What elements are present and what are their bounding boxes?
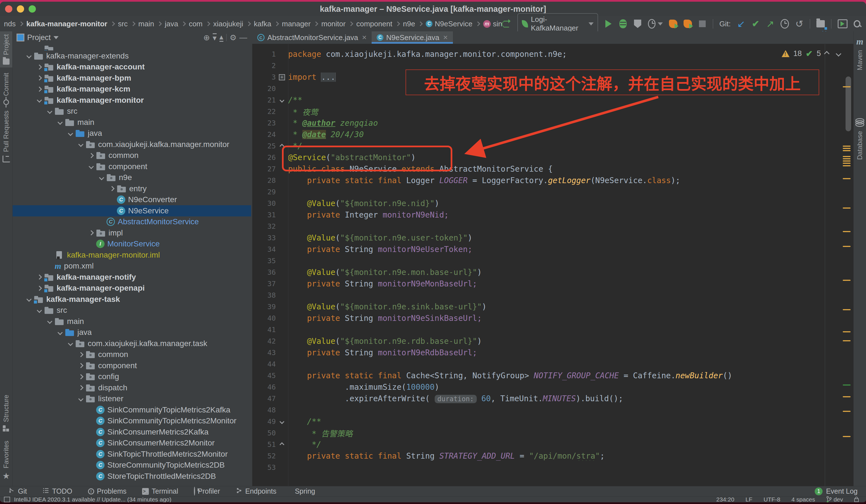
code-line[interactable]: 30 @Value("${monitor.n9e.nid}") xyxy=(252,198,853,209)
hide-panel-icon[interactable]: — xyxy=(239,33,247,42)
line-number[interactable]: 2 xyxy=(252,61,276,70)
tree-item[interactable]: com.xiaojukeji.kafka.manager.monitor xyxy=(13,139,251,150)
line-number[interactable]: 41 xyxy=(252,325,276,334)
tree-item[interactable]: kafka-manager-monitor xyxy=(13,95,251,106)
line-number[interactable]: 53 xyxy=(252,463,276,471)
tree-item[interactable]: config xyxy=(13,371,251,382)
error-stripe-mark[interactable] xyxy=(843,280,851,281)
line-number[interactable]: 3 xyxy=(252,73,276,81)
tool-window-button-endpoints[interactable]: Endpoints xyxy=(236,487,276,496)
tool-button-favorites[interactable]: Favorites ★ xyxy=(0,438,12,483)
line-number[interactable]: 29 xyxy=(252,188,276,196)
tree-item[interactable]: IMonitorService xyxy=(13,239,251,250)
tree-chevron-icon[interactable] xyxy=(76,375,86,379)
tree-item[interactable]: kafka-manager-notify xyxy=(13,272,251,283)
code-line[interactable]: 46 .maximumSize(100000) xyxy=(252,381,853,393)
error-stripe-mark[interactable] xyxy=(843,146,851,147)
code-line[interactable]: 29 xyxy=(252,186,853,198)
inspections-widget[interactable]: 18 ✔ 5 xyxy=(782,49,841,58)
tool-window-button-profiler[interactable]: Profiler xyxy=(194,487,220,495)
tree-chevron-icon[interactable] xyxy=(76,386,86,389)
tree-chevron-icon[interactable] xyxy=(24,54,34,58)
close-window-button[interactable] xyxy=(5,5,12,13)
tree-chevron-icon[interactable] xyxy=(24,297,34,301)
line-number[interactable]: 23 xyxy=(252,119,276,127)
tree-item[interactable]: entry xyxy=(13,183,251,194)
line-number[interactable]: 36 xyxy=(252,268,276,276)
code-line[interactable]: 31 private Integer monitorN9eNid; xyxy=(252,209,853,221)
tab-n9eservice[interactable]: C N9eService.java × xyxy=(371,31,453,44)
tree-chevron-icon[interactable] xyxy=(45,110,55,113)
local-changes-icon[interactable] xyxy=(817,19,825,28)
tool-button-project[interactable]: Project xyxy=(0,31,12,68)
error-stripe-mark[interactable] xyxy=(843,436,851,437)
code-line[interactable]: 52 private static final String STRATEGY_… xyxy=(252,450,853,462)
git-branch-widget[interactable]: dev xyxy=(826,496,843,503)
tree-item[interactable]: main xyxy=(13,117,251,128)
tree-chevron-icon[interactable] xyxy=(65,342,75,345)
tool-window-button-terminal[interactable]: >_Terminal xyxy=(142,487,178,495)
code-line[interactable]: 38 xyxy=(252,289,853,301)
tree-item[interactable]: CSinkCommunityTopicMetrics2Kafka xyxy=(13,404,251,415)
tool-button-maven[interactable]: m Maven xyxy=(854,34,866,73)
tree-chevron-icon[interactable] xyxy=(34,87,44,91)
code-editor[interactable]: 1package com.xiaojukeji.kafka.manager.mo… xyxy=(252,44,853,486)
tree-item[interactable]: kafka-manager-openapi xyxy=(13,283,251,294)
breadcrumb-item[interactable]: component xyxy=(356,20,392,28)
tree-item[interactable]: CN9eConverter xyxy=(13,194,251,206)
fold-marker-icon[interactable] xyxy=(276,420,288,423)
line-number[interactable]: 25 xyxy=(252,142,276,150)
search-everywhere-button[interactable] xyxy=(854,19,862,28)
profiler-button[interactable] xyxy=(648,19,663,28)
tree-item[interactable]: CN9eService xyxy=(13,205,251,216)
coverage-button[interactable] xyxy=(633,19,642,28)
line-separator[interactable]: LF xyxy=(745,496,753,503)
tab-abstractmonitorservice[interactable]: C AbstractMonitorService.java × xyxy=(252,31,371,44)
tree-item[interactable]: kafka-manager-task xyxy=(13,294,251,305)
rollback-button[interactable]: ↺ xyxy=(795,19,803,28)
code-line[interactable]: 50 * 告警策略 xyxy=(252,427,853,439)
line-number[interactable]: 45 xyxy=(252,371,276,380)
tool-window-button-git[interactable]: Git xyxy=(8,487,27,496)
line-number[interactable]: 49 xyxy=(252,417,276,426)
line-number[interactable]: 50 xyxy=(252,429,276,437)
scrollbar-thumb[interactable] xyxy=(845,77,851,131)
error-stripe-mark[interactable] xyxy=(843,385,851,386)
tree-item[interactable]: CSinkTopicThrottledMetrics2Monitor xyxy=(13,449,251,460)
collapse-all-icon[interactable]: ▴ xyxy=(220,33,223,42)
line-number[interactable]: 20 xyxy=(252,84,276,93)
tree-item[interactable]: CSinkCommunityTopicMetrics2Monitor xyxy=(13,415,251,427)
error-stripe-mark[interactable] xyxy=(843,331,851,332)
tree-chevron-icon[interactable] xyxy=(45,320,55,323)
error-stripe-mark[interactable] xyxy=(843,86,851,87)
line-number[interactable]: 40 xyxy=(252,314,276,322)
error-stripe[interactable] xyxy=(841,44,853,486)
error-stripe-mark[interactable] xyxy=(843,163,851,164)
tree-chevron-icon[interactable] xyxy=(76,353,86,356)
line-number[interactable]: 39 xyxy=(252,303,276,311)
error-stripe-mark[interactable] xyxy=(843,340,851,341)
tree-chevron-icon[interactable] xyxy=(107,187,117,191)
fold-marker-icon[interactable] xyxy=(276,99,288,102)
tree-chevron-icon[interactable] xyxy=(34,65,44,69)
tree-chevron-icon[interactable] xyxy=(76,142,86,146)
code-line[interactable]: 23 * @author zengqiao xyxy=(252,117,853,129)
gear-icon[interactable]: ⚙ xyxy=(230,33,236,42)
tree-item[interactable]: kafka-manager-kcm xyxy=(13,84,251,95)
code-line[interactable]: 28 private static final Logger LOGGER = … xyxy=(252,175,853,186)
git-push-button[interactable]: ↗ xyxy=(766,19,774,28)
code-line[interactable]: 49 /** xyxy=(252,416,853,427)
line-number[interactable]: 37 xyxy=(252,280,276,288)
unlock-icon[interactable] xyxy=(854,499,859,502)
tree-item[interactable]: CStoreCommunityTopicMetrics2DB xyxy=(13,460,251,471)
code-line[interactable]: 36 @Value("${monitor.n9e.mon.base-url}") xyxy=(252,266,853,278)
line-number[interactable]: 46 xyxy=(252,383,276,391)
tree-item[interactable]: src xyxy=(13,305,251,316)
tree-item[interactable]: listener xyxy=(13,393,251,404)
breadcrumb-item[interactable]: n9e xyxy=(403,20,415,28)
async-profiler-button[interactable] xyxy=(669,19,677,28)
code-line[interactable]: 41 xyxy=(252,324,853,335)
expand-all-icon[interactable]: ▾ xyxy=(213,33,216,42)
git-commit-button[interactable]: ✔ xyxy=(751,19,760,28)
line-number[interactable]: 44 xyxy=(252,360,276,368)
